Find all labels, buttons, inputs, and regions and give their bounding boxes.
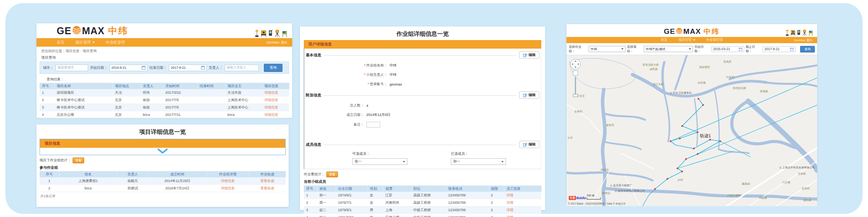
team-select[interactable]: 中纬 [589,46,625,52]
app-header: GE MAX 中纬 [567,24,817,37]
nav-item-project-management[interactable]: 项目管理 [75,40,95,45]
calendar-icon[interactable] [142,66,146,70]
search-button[interactable]: 查询 [800,46,815,52]
owner-input[interactable]: 请输入负责人 [225,65,259,71]
required-asterisk: * [367,82,369,86]
logo-text-cn: 中纬 [703,27,720,36]
nav-item-project-management[interactable]: 项目管理 [678,38,695,42]
basic-info-section-header: 基本信息 编辑 [306,49,539,59]
map-navigation-control[interactable] [569,58,582,103]
logo-text-ge: GE [664,27,675,36]
dotted-divider [324,55,516,56]
controller-icon [797,30,801,36]
chevron-down-icon [501,161,504,163]
column-header: 项目地点 [113,83,140,89]
chevron-down-icon [689,48,691,50]
member-detail-link[interactable]: 详情 [506,193,513,197]
logout-link[interactable]: GeoMax 退出 [794,38,813,42]
project-detail-window: 项目详细信息一览 项目信息 项目下作业组统计： 查看 参与作业组 序号 组名 负… [36,124,289,207]
project-row: 1深圳路项目 大冶何伟 2017/3/22 大冶市政 详细信息 [40,89,289,96]
level-icon [282,30,288,37]
edit-extra-button[interactable]: 编辑 [519,91,539,99]
project-select[interactable]: 中纬产品/测试 [644,46,693,52]
project-row: 2徕卡技术中心测试 北京徐政 2017/7/5 上海技术中心 详细信息 [40,96,289,104]
view-track-link[interactable]: 查看轨迹 [260,186,274,190]
member-row: 4钱二 1981/7/23女 安徽合肥中级工程师 1234567892 详情 [304,214,541,217]
project-select-label: 选择项目： [627,45,642,53]
remark-box [366,122,380,128]
view-workload-button[interactable]: 查看 [326,172,338,177]
member-row: 3赵二 1979/5/1男 上海中级工程师 1234567892 详情 [304,206,541,214]
owner-label: 负责人： [209,65,223,70]
calendar-icon[interactable] [201,66,205,70]
track-map-window: GE MAX 中纬 首页 项目管理 作业组管理 GeoMax 退出 选择作业组：… [567,24,817,203]
selected-members-select[interactable]: 孙一 [451,158,506,165]
calendar-icon[interactable] [790,47,794,51]
dotted-divider [324,95,516,96]
required-asterisk: * [364,63,366,67]
project-detail-link[interactable]: 详细信息 [264,91,278,94]
field-label: 总人数： [306,103,364,108]
end-date-input[interactable]: 2017-8-21 [762,46,795,52]
main-navbar: 首页 项目管理 作业组管理 GeoMax 退出 [567,37,817,43]
total-station-icon [790,30,795,36]
nav-item-team-management[interactable]: 作业组管理 [106,40,125,45]
logout-link[interactable]: GeoMax 退出 [266,40,288,45]
nav-item-team-management[interactable]: 作业组管理 [706,38,723,42]
member-count-value: 4 [366,104,368,108]
theodolite-icon [802,30,807,36]
column-header: 组名 [59,171,117,177]
track-label: 轨迹1 [700,133,711,139]
team-detail-link[interactable]: 详细信息 [221,179,235,183]
zoom-slider-handle[interactable] [573,94,578,97]
edit-basic-button[interactable]: 编辑 [519,51,539,59]
controller-icon [268,30,273,37]
member-row: 1孙一 1974/6/1女 江苏高级工程师 1234567892 详情 [304,192,541,199]
zoom-in-button[interactable] [573,71,578,75]
breadcrumb: 您当前的位置：项目信息 - 项目查询 [36,47,292,54]
end-date-input[interactable]: 2017-8-21 [169,65,207,71]
theodolite-icon [274,30,280,37]
member-detail-link[interactable]: 详情 [506,201,513,205]
edit-icon [523,53,527,57]
member-detail-link[interactable]: 详情 [506,208,513,212]
geomax-logo: GE MAX 中纬 [664,27,720,36]
field-label: 成立日期： [306,112,364,117]
project-detail-link[interactable]: 详细信息 [264,113,278,117]
view-stats-button[interactable]: 查看 [73,158,84,163]
team-leader-value: 中纬 [390,72,397,77]
column-header: 权限 [489,186,504,192]
baidu-logo-cn: 百度 [569,196,576,200]
selected-members-label: 已选成员： [451,151,506,156]
field-label: 登录账号： [370,82,387,86]
available-members-select[interactable]: 张一 [352,158,407,165]
end-date-label: 截止日期： [746,45,761,53]
field-label: 小组负责人： [366,73,387,77]
geomax-logo: GE MAX 中纬 [57,25,128,37]
team-row: 1上海测量组1 侯晓凡2014年11月29日 详细信息 查看轨迹 [40,177,286,185]
search-button[interactable]: 查询 [264,64,282,72]
column-header: 出生日期 [336,186,367,192]
view-track-link[interactable]: 查看轨迹 [260,179,274,183]
collapse-toggle[interactable] [40,148,285,155]
nav-item-home[interactable]: 首页 [57,40,64,45]
city-input[interactable]: 请选择城市 [55,65,88,71]
team-detail-link[interactable]: 详细信息 [221,186,235,190]
calendar-icon[interactable] [739,47,742,51]
map-canvas[interactable]: 高东消防大桥连民路港江大桥加好西村东风村叶家村农好路东村防汛桥张海路小水王金星村… [567,55,817,206]
record-count: 共2条记录 [40,194,289,199]
nav-item-home[interactable]: 首页 [661,38,667,42]
member-detail-link[interactable]: 详情 [506,215,513,217]
chevron-down-icon [92,42,95,43]
edit-icon [523,93,527,97]
team-detail-window: 作业组详细信息一览 用户详细信息 基本信息 编辑 *作业组名称：中纬 *小组负责… [300,26,545,210]
project-detail-link[interactable]: 详细信息 [264,98,278,102]
project-detail-link[interactable]: 详细信息 [264,105,278,109]
start-date-input[interactable]: 2015-03-21 [711,46,744,52]
edit-members-button[interactable]: 编辑 [519,141,539,148]
query-section-title: 项目查询 [41,55,292,60]
teams-table: 序号 组名 负责人 成立时间 作业组详情 作业轨迹 1上海测量组1 侯晓凡201… [40,171,286,192]
start-date-input[interactable]: 2016-8-21 [109,65,147,71]
collapse-bar[interactable]: 项目信息 [40,139,285,148]
column-header: 成立时间 [148,171,206,177]
